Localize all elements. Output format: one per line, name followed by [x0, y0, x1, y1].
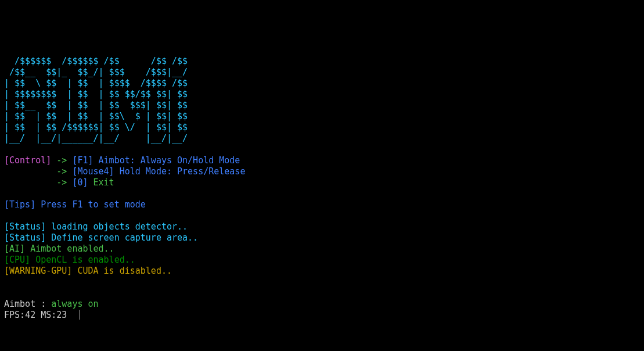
status-label: [Status] [4, 221, 46, 232]
f1-desc: Aimbot: Always On/Hold Mode [93, 155, 240, 166]
mouse4-desc: Hold Mode: Press/Release [114, 166, 246, 177]
ascii-banner: /$$$$$$ /$$$$$$ /$$ /$$ /$$ /$$__ $$|_ $… [4, 56, 188, 144]
cpu-label: [CPU] [4, 255, 30, 265]
ai-text: Aimbot enabled.. [25, 243, 114, 254]
aimbot-value: always on [51, 299, 98, 309]
status-text: Define screen capture area.. [46, 232, 198, 243]
terminal-output: /$$$$$$ /$$$$$$ /$$ /$$ /$$ /$$__ $$|_ $… [4, 56, 640, 321]
warning-gpu-label: [WARNING-GPU] [4, 266, 72, 276]
cpu-text: OpenCL is enabled.. [30, 255, 135, 265]
arrow-icon: -> [51, 155, 72, 166]
tips-label: [Tips] [4, 199, 35, 210]
warning-gpu-text: CUDA is disabled.. [72, 266, 172, 276]
fps-label: FPS: [4, 310, 25, 320]
tips-text: Press F1 to set mode [35, 199, 146, 210]
arrow-icon: -> [4, 166, 72, 177]
status-label: [Status] [4, 232, 46, 243]
status-text: loading objects detector.. [46, 221, 188, 232]
mouse4-key: [Mouse4] [72, 166, 114, 177]
exit-key: [0] [72, 177, 88, 188]
exit-desc: Exit [88, 177, 114, 188]
control-label: [Control] [4, 155, 51, 166]
f1-key: [F1] [72, 155, 93, 166]
cursor-icon [80, 310, 80, 320]
ms-value: 23 [56, 310, 67, 320]
aimbot-label: Aimbot : [4, 299, 51, 309]
fps-value: 42 [25, 310, 35, 320]
ms-label: MS: [35, 310, 56, 320]
arrow-icon: -> [4, 177, 72, 188]
ai-label: [AI] [4, 243, 25, 254]
